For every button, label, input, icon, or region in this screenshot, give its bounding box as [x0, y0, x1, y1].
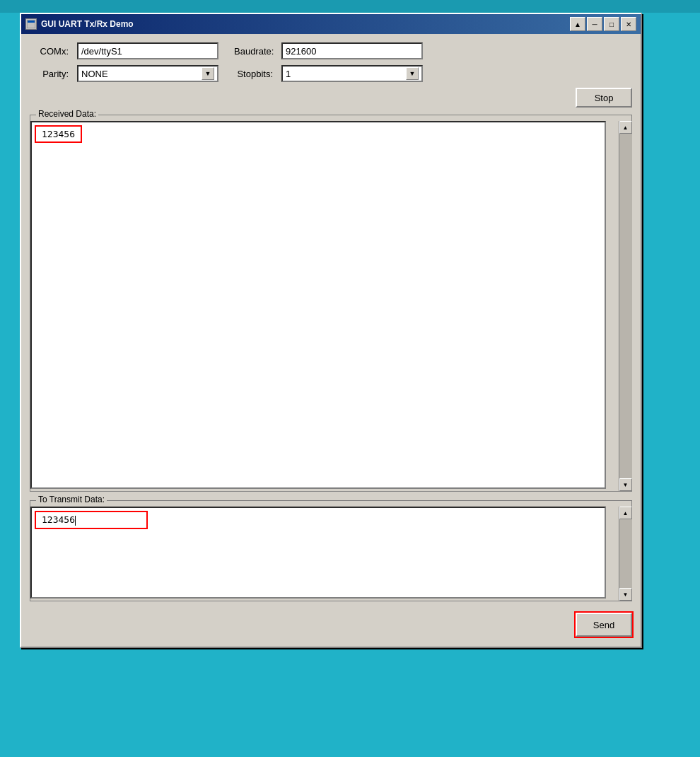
received-textarea[interactable] [30, 121, 606, 489]
received-scroll-down[interactable]: ▼ [619, 478, 632, 491]
window-title: GUI UART Tx/Rx Demo [41, 19, 134, 29]
main-window: GUI UART Tx/Rx Demo ▲ ─ □ ✕ COMx: Baudra… [20, 13, 642, 648]
window-body: COMx: Baudrate: Parity: NONE ▼ NONE ODD … [21, 34, 641, 647]
parity-row: Parity: NONE ▼ NONE ODD EVEN Stopbits: 1… [30, 65, 632, 82]
window-icon [25, 18, 37, 30]
stopbits-label: Stopbits: [234, 69, 273, 79]
baudrate-label: Baudrate: [234, 46, 273, 57]
title-bar: GUI UART Tx/Rx Demo ▲ ─ □ ✕ [21, 14, 641, 34]
transmit-textarea-container: 123456 ▲ ▼ [30, 507, 631, 601]
transmit-textarea[interactable] [30, 507, 606, 599]
stopbits-select-wrapper[interactable]: 1 ▼ 1 2 [281, 65, 423, 82]
transmit-group: To Transmit Data: 123456 ▲ ▼ [30, 500, 632, 601]
svg-rect-1 [28, 21, 35, 23]
received-scroll-track[interactable] [619, 134, 632, 478]
title-bar-left: GUI UART Tx/Rx Demo [25, 18, 134, 30]
received-label: Received Data: [36, 109, 98, 119]
transmit-label: To Transmit Data: [36, 495, 107, 504]
transmit-scroll-up[interactable]: ▲ [619, 507, 632, 519]
comx-input[interactable] [77, 42, 218, 59]
comx-label: COMx: [30, 46, 69, 57]
parity-label: Parity: [30, 69, 69, 79]
received-group: Received Data: 123456 ▲ ▼ [30, 115, 632, 492]
received-scroll-up[interactable]: ▲ [619, 121, 632, 134]
up-button[interactable]: ▲ [570, 17, 585, 31]
send-button[interactable]: Send [576, 613, 632, 637]
close-button[interactable]: ✕ [621, 17, 636, 31]
stop-button[interactable]: Stop [576, 88, 632, 108]
transmit-scroll-track[interactable] [619, 519, 632, 588]
transmit-scrollbar[interactable]: ▲ ▼ [619, 507, 631, 601]
comx-row: COMx: Baudrate: [30, 42, 632, 59]
stop-btn-row: Stop [30, 88, 632, 108]
send-btn-row: Send [30, 608, 632, 638]
maximize-button[interactable]: □ [604, 17, 619, 31]
received-scrollbar[interactable]: ▲ ▼ [619, 121, 631, 491]
transmit-scroll-down[interactable]: ▼ [619, 588, 632, 601]
taskbar [0, 0, 700, 13]
received-textarea-container: 123456 ▲ ▼ [30, 121, 631, 491]
title-buttons: ▲ ─ □ ✕ [570, 17, 636, 31]
baudrate-input[interactable] [281, 42, 423, 59]
minimize-button[interactable]: ─ [587, 17, 602, 31]
parity-select-wrapper[interactable]: NONE ▼ NONE ODD EVEN [77, 65, 218, 82]
